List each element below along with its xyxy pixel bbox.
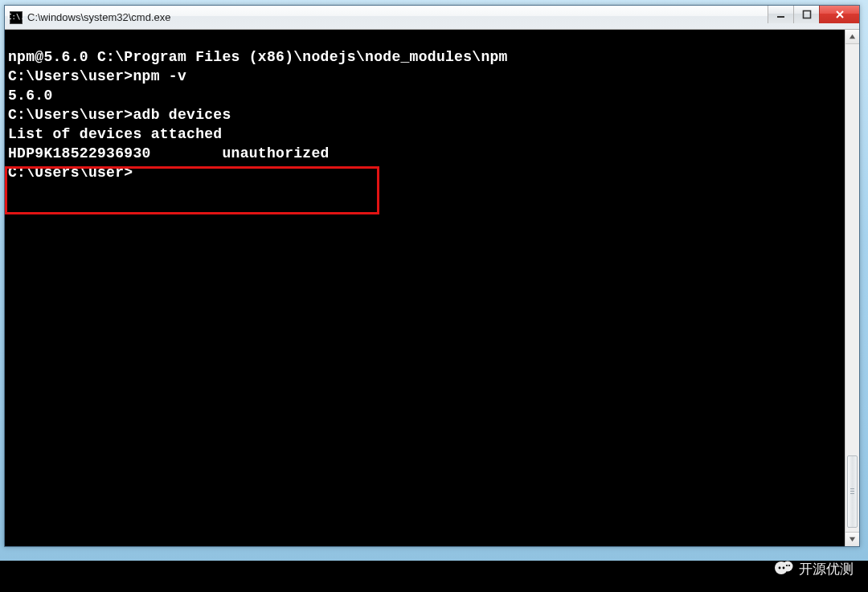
cmd-window: C:\. C:\windows\system32\cmd.exe npm@5.6…: [4, 5, 860, 547]
terminal-line: npm@5.6.0 C:\Program Files (x86)\nodejs\…: [8, 47, 845, 67]
svg-rect-1: [803, 11, 810, 18]
close-icon: [835, 10, 845, 19]
terminal-line: C:\Users\user>adb devices: [8, 105, 845, 125]
svg-point-6: [779, 567, 781, 570]
chevron-down-icon: [849, 536, 856, 543]
terminal-line: C:\Users\user>: [8, 163, 845, 182]
terminal-line: C:\Users\user>npm -v: [8, 67, 845, 86]
vertical-scrollbar[interactable]: [845, 30, 859, 546]
minimize-button[interactable]: [768, 6, 793, 23]
svg-rect-0: [777, 16, 784, 18]
window-controls: [768, 6, 859, 23]
window-title: C:\windows\system32\cmd.exe: [27, 11, 170, 23]
cmd-icon: C:\.: [10, 11, 23, 24]
terminal-line: List of devices attached: [8, 125, 845, 144]
titlebar[interactable]: C:\. C:\windows\system32\cmd.exe: [5, 6, 859, 30]
background-strip: [0, 561, 868, 592]
watermark: 开源优测: [773, 558, 854, 579]
cmd-icon-glyph: C:\.: [7, 14, 25, 21]
svg-point-9: [788, 565, 790, 566]
watermark-label: 开源优测: [799, 560, 854, 578]
maximize-button[interactable]: [793, 6, 819, 23]
scroll-up-button[interactable]: [845, 30, 859, 44]
svg-point-5: [783, 561, 793, 572]
close-button[interactable]: [819, 6, 859, 23]
client-area: npm@5.6.0 C:\Program Files (x86)\nodejs\…: [5, 30, 859, 546]
svg-point-8: [786, 565, 788, 566]
terminal-output[interactable]: npm@5.6.0 C:\Program Files (x86)\nodejs\…: [5, 30, 845, 546]
scrollbar-thumb[interactable]: [847, 455, 858, 528]
scroll-down-button[interactable]: [845, 532, 859, 546]
terminal-line: 5.6.0: [8, 86, 845, 105]
maximize-icon: [802, 10, 812, 19]
chevron-up-icon: [849, 33, 856, 40]
chat-bubble-icon: [773, 558, 794, 579]
terminal-line: HDP9K18522936930 unauthorized: [8, 144, 845, 163]
svg-point-7: [783, 567, 785, 570]
minimize-icon: [776, 10, 786, 19]
